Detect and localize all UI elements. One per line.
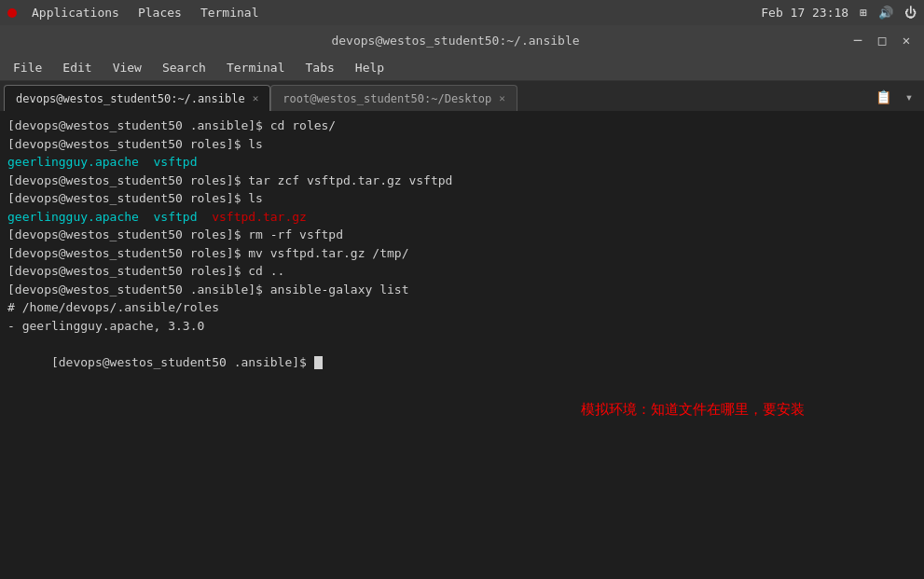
window-controls: ─ □ ✕ [848,30,917,50]
terminal-content[interactable]: [devops@westos_student50 .ansible]$ cd r… [0,111,924,579]
term-line-10: [devops@westos_student50 .ansible]$ ansi… [7,281,917,299]
term-line-13: [devops@westos_student50 .ansible]$ [7,335,917,390]
tab-bar: devops@westos_student50:~/.ansible ✕ roo… [0,81,924,111]
tab-devops-close[interactable]: ✕ [253,92,259,104]
red-dot [7,8,17,18]
window-title: devops@westos_student50:~/.ansible [63,34,848,48]
new-tab-button[interactable]: 📋 [872,87,894,107]
menu-bar: File Edit View Search Terminal Tabs Help [0,55,924,81]
menu-search[interactable]: Search [153,58,215,77]
minimize-button[interactable]: ─ [848,30,868,50]
volume-icon[interactable]: 🔊 [878,6,893,20]
terminal-menu[interactable]: Terminal [193,4,267,21]
menu-view[interactable]: View [103,58,151,77]
tab-menu-button[interactable]: ▾ [898,87,920,107]
datetime: Feb 17 23:18 [761,6,848,20]
term-line-4: [devops@westos_student50 roles]$ tar zcf… [7,172,917,190]
terminal-window: devops@westos_student50:~/.ansible ─ □ ✕… [0,25,924,579]
menu-edit[interactable]: Edit [53,58,101,77]
menu-terminal[interactable]: Terminal [217,58,295,77]
tab-devops-label: devops@westos_student50:~/.ansible [16,92,245,105]
tab-root[interactable]: root@westos_student50:~/Desktop ✕ [270,85,517,111]
term-line-11: # /home/devops/.ansible/roles [7,298,917,317]
tab-devops[interactable]: devops@westos_student50:~/.ansible ✕ [4,85,270,111]
system-bar: Applications Places Terminal Feb 17 23:1… [0,0,924,25]
term-line-2: [devops@westos_student50 roles]$ ls [7,135,917,154]
tab-bar-right: 📋 ▾ [872,87,920,111]
system-bar-right: Feb 17 23:18 ⊞ 🔊 ⏻ [761,6,917,20]
menu-file[interactable]: File [4,58,51,77]
power-icon[interactable]: ⏻ [904,6,917,20]
menu-help[interactable]: Help [346,58,393,77]
menu-tabs[interactable]: Tabs [297,58,344,77]
close-button[interactable]: ✕ [896,30,917,50]
term-line-8: [devops@westos_student50 roles]$ mv vsft… [7,244,917,263]
term-line-3: geerlingguy.apache vsftpd [7,153,917,172]
cursor [314,356,323,369]
places-menu[interactable]: Places [131,4,189,21]
system-bar-left: Applications Places Terminal [7,4,267,21]
term-line-6: geerlingguy.apache vsftpd vsftpd.tar.gz [7,208,917,227]
term-line-12: - geerlingguy.apache, 3.3.0 [7,317,917,336]
maximize-button[interactable]: □ [872,30,892,50]
applications-menu[interactable]: Applications [24,4,127,21]
tab-root-close[interactable]: ✕ [499,92,505,104]
annotation-text: 模拟环境：知道文件在哪里，要安装 [581,401,805,418]
tab-root-label: root@westos_student50:~/Desktop [283,92,491,105]
term-line-7: [devops@westos_student50 roles]$ rm -rf … [7,226,917,244]
network-icon[interactable]: ⊞ [860,6,867,20]
term-line-9: [devops@westos_student50 roles]$ cd .. [7,262,917,281]
term-line-5: [devops@westos_student50 roles]$ ls [7,189,917,208]
title-bar: devops@westos_student50:~/.ansible ─ □ ✕ [0,25,924,55]
term-line-1: [devops@westos_student50 .ansible]$ cd r… [7,117,917,135]
